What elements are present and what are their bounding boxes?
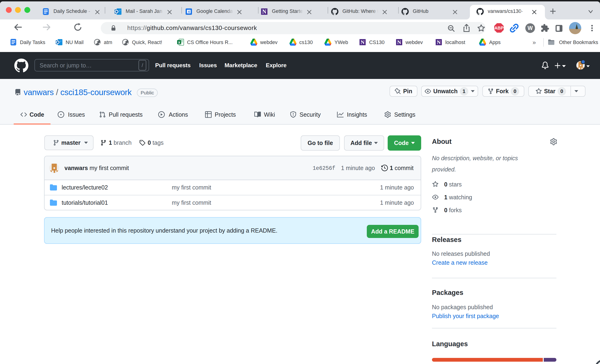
svg-text:4: 4 [188, 10, 190, 14]
svg-text:ABP: ABP [495, 26, 504, 30]
svg-text:N: N [361, 39, 365, 45]
svg-text:W: W [528, 25, 533, 31]
svg-text:N: N [397, 39, 401, 45]
svg-text:N: N [262, 9, 266, 15]
svg-text:N: N [437, 39, 441, 45]
svg-text:x: x [178, 40, 180, 44]
